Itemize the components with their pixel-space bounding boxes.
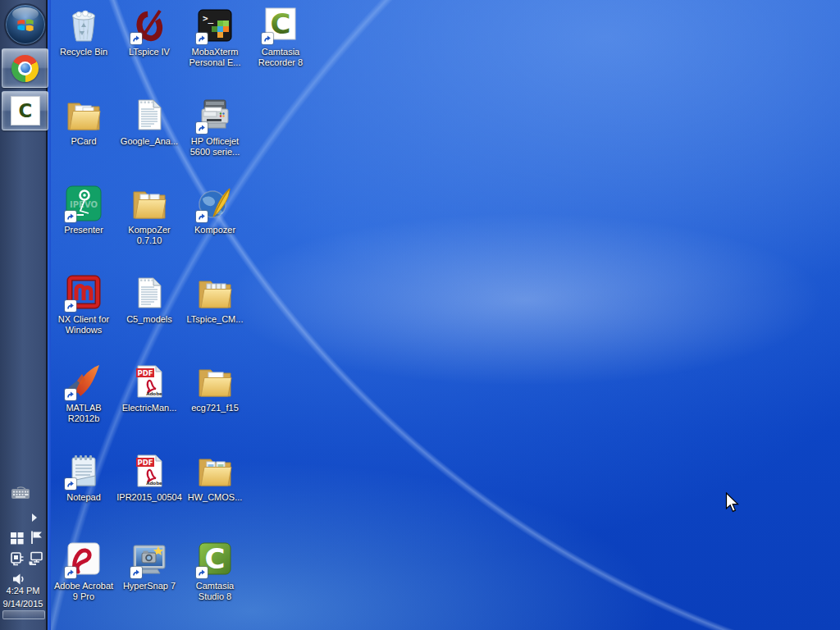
folder-files-icon	[195, 273, 235, 313]
svg-text:C: C	[271, 7, 291, 40]
desktop-icon-matlab[interactable]: MATLAB R2012b	[51, 358, 116, 447]
icon-label: ecg721_f15	[191, 403, 239, 413]
show-hidden-icons-arrow[interactable]	[32, 514, 37, 522]
icon-label: Google_Ana...	[121, 136, 178, 147]
shortcut-arrow-icon	[65, 389, 76, 400]
pdf-document-icon: PDF Adobe	[130, 362, 169, 401]
icon-label: Camtasia Recorder 8	[248, 47, 313, 68]
desktop-icon-kompozer-app[interactable]: Kompozer	[182, 180, 248, 269]
icon-label: LTspice IV	[129, 47, 170, 57]
taskbar-button-camtasia[interactable]: C	[2, 91, 48, 130]
svg-text:C: C	[205, 542, 226, 575]
icon-label: LTspice_CM...	[187, 314, 244, 325]
shortcut-arrow-icon	[130, 567, 142, 578]
icon-label: HyperSnap 7	[123, 581, 176, 591]
folder-photos-icon	[195, 451, 235, 491]
desktop-icon-notepad[interactable]: Notepad	[51, 447, 116, 536]
shortcut-arrow-icon	[196, 567, 208, 578]
kompozer-globe-icon	[195, 184, 235, 223]
icon-label: Recycle Bin	[60, 47, 107, 57]
svg-text:PDF: PDF	[137, 458, 153, 466]
icon-label: PCard	[71, 136, 96, 147]
folder-documents-icon	[64, 95, 103, 135]
chrome-icon	[11, 55, 39, 82]
folder-icon	[130, 184, 169, 223]
icon-label: MobaXterm Personal E...	[182, 47, 248, 68]
notepad-icon	[64, 451, 103, 491]
text-document-icon	[130, 273, 169, 313]
recycle-bin-icon	[64, 6, 103, 45]
shortcut-arrow-icon	[65, 300, 76, 312]
desktop-icon-camtasia-studio[interactable]: C Camtasia Studio 8	[182, 536, 248, 625]
network-icon[interactable]	[28, 550, 44, 570]
power-plug-icon[interactable]	[9, 550, 25, 570]
icon-label: NX Client for Windows	[51, 314, 116, 336]
desktop-icon-google-ana[interactable]: Google_Ana...	[116, 91, 182, 180]
icon-label: KompoZer 0.7.10	[116, 225, 182, 246]
acrobat-icon	[64, 540, 103, 579]
folder-page-icon	[195, 362, 235, 401]
desktop-icon-ecg721-folder[interactable]: ecg721_f15	[182, 358, 248, 447]
desktop-icon-adobe-acrobat[interactable]: Adobe Acrobat 9 Pro	[51, 536, 116, 625]
svg-text:C: C	[18, 100, 32, 121]
text-document-icon	[130, 95, 169, 135]
ipevo-presenter-icon: IPEVO	[64, 184, 103, 223]
mobaxterm-icon: >_	[195, 6, 235, 45]
desktop-icon-grid: Recycle Bin PCard IPEVO	[51, 2, 313, 625]
icon-label: MATLAB R2012b	[51, 403, 116, 424]
desktop-icon-hypersnap[interactable]: HyperSnap 7	[116, 536, 182, 625]
desktop-icon-hp-officejet[interactable]: HP Officejet 5600 serie...	[182, 91, 248, 180]
shortcut-arrow-icon	[196, 211, 208, 222]
shortcut-arrow-icon	[130, 33, 142, 44]
icon-label: Camtasia Studio 8	[182, 581, 248, 602]
svg-text:PDF: PDF	[137, 369, 153, 377]
desktop-icon-ltspice-cm-folder[interactable]: LTspice_CM...	[182, 269, 248, 358]
icon-label: Adobe Acrobat 9 Pro	[51, 581, 116, 602]
svg-text:Adobe: Adobe	[146, 481, 162, 486]
shortcut-arrow-icon	[262, 33, 273, 44]
taskbar-button-chrome[interactable]	[2, 48, 48, 88]
icon-label: HW_CMOS...	[188, 492, 243, 503]
camtasia-studio-icon: C	[195, 540, 235, 579]
camtasia-icon: C	[11, 96, 40, 126]
shortcut-arrow-icon	[65, 478, 76, 490]
matlab-icon	[64, 362, 103, 401]
action-center-flag-icon[interactable]	[30, 530, 44, 548]
clock-time[interactable]: 4:24 PM	[0, 586, 46, 596]
shortcut-arrow-icon	[196, 33, 208, 44]
desktop-icon-camtasia-recorder[interactable]: C Camtasia Recorder 8	[248, 2, 313, 91]
icon-label: Presenter	[64, 225, 103, 235]
printer-icon	[195, 95, 235, 135]
svg-text:Adobe: Adobe	[146, 391, 162, 396]
camtasia-recorder-icon: C	[261, 6, 300, 45]
icon-label: ElectricMan...	[122, 403, 177, 413]
keyboard-language-icon[interactable]	[11, 486, 30, 504]
shortcut-arrow-icon	[65, 211, 76, 222]
shortcut-arrow-icon	[65, 567, 76, 578]
desktop-icon-hw-cmos-folder[interactable]: HW_CMOS...	[182, 447, 248, 536]
show-desktop-button[interactable]	[2, 610, 45, 619]
hypersnap-icon	[130, 540, 169, 579]
app-window-tray-icon[interactable]	[10, 531, 25, 549]
windows-orb-icon	[14, 13, 37, 36]
taskbar: C	[0, 0, 51, 630]
desktop-icon-ipr2015-pdf[interactable]: PDF Adobe IPR2015_00504	[116, 447, 182, 536]
icon-label: Notepad	[66, 492, 101, 503]
desktop-icon-ltspice[interactable]: LTspice IV	[116, 2, 182, 91]
clock-date[interactable]: 9/14/2015	[0, 599, 46, 609]
nx-client-icon	[64, 273, 103, 313]
pdf-document-icon: PDF Adobe	[130, 451, 169, 491]
desktop-icon-recycle-bin[interactable]: Recycle Bin	[51, 2, 116, 91]
desktop-icon-kompozer-folder[interactable]: KompoZer 0.7.10	[116, 180, 182, 269]
desktop-icon-pcard[interactable]: PCard	[51, 91, 116, 180]
icon-label: Kompozer	[194, 225, 235, 235]
desktop-icon-electricman-pdf[interactable]: PDF Adobe ElectricMan...	[116, 358, 182, 447]
desktop-icon-presenter[interactable]: IPEVO Presenter	[51, 180, 116, 269]
svg-text:>_: >_	[203, 13, 214, 24]
desktop-icon-nx-client[interactable]: NX Client for Windows	[51, 269, 116, 358]
icon-label: C5_models	[126, 314, 172, 325]
start-button[interactable]	[6, 5, 45, 44]
desktop-icon-c5-models[interactable]: C5_models	[116, 269, 182, 358]
desktop-icon-mobaxterm[interactable]: >_ MobaXterm Personal E...	[182, 2, 248, 91]
icon-label: HP Officejet 5600 serie...	[182, 136, 248, 158]
